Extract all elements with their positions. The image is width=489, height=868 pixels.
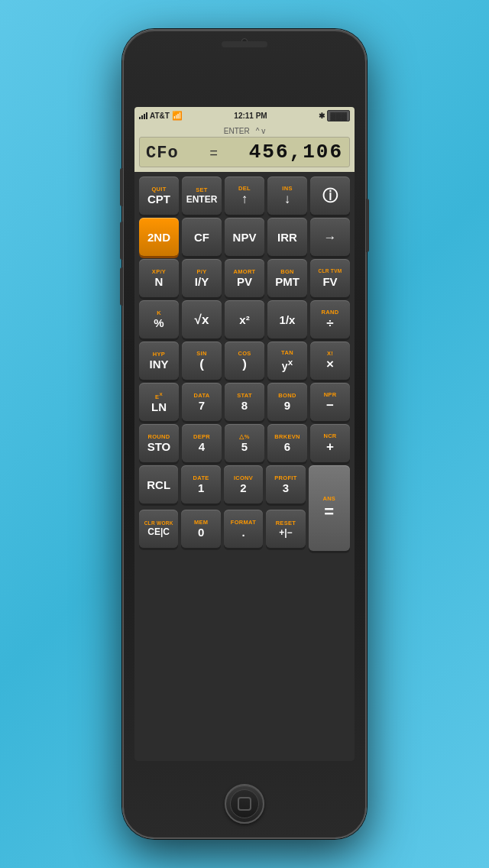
n-button[interactable]: xP/Y N — [139, 259, 179, 297]
plusminus-button[interactable]: RESET +|− — [266, 510, 305, 548]
phone-frame: AT&T 📶 12:11 PM ✱ ▓▓▓ ENTER ^ v CFo — [122, 29, 367, 839]
row-5: HYP INY SIN ( COS ) TAN yx — [139, 342, 350, 380]
bluetooth-icon: ✱ — [319, 112, 325, 120]
iy-button[interactable]: P/Y I/Y — [182, 259, 222, 297]
info-button[interactable]: ⓘ — [310, 177, 350, 215]
cf-button[interactable]: CF — [182, 218, 222, 256]
speaker — [222, 41, 267, 47]
mul-button[interactable]: x! × — [310, 342, 350, 380]
cf-label: CFo — [146, 144, 179, 163]
rparen-button[interactable]: COS ) — [225, 342, 264, 380]
dot-button[interactable]: FORMAT . — [224, 510, 263, 548]
status-left: AT&T 📶 — [139, 111, 183, 121]
pow-button[interactable]: TAN yx — [267, 342, 307, 380]
fv-button[interactable]: CLR TVM FV — [310, 259, 350, 297]
calc-body: QUIT CPT SET ENTER DEL ↑ INS ↓ — [134, 172, 355, 761]
row-9: CLR WORK CE|C MEM 0 FORMAT . — [139, 510, 306, 548]
add-button[interactable]: nCr + — [310, 424, 350, 462]
cols-1-4: RCL DATE 1 ICONV 2 PROFIT — [139, 465, 306, 551]
sto-button[interactable]: ROUND STO — [139, 424, 179, 462]
battery-icon: ▓▓▓ — [327, 110, 350, 121]
npv-button[interactable]: NPV — [225, 218, 264, 256]
row-8-9: RCL DATE 1 ICONV 2 PROFIT — [139, 465, 350, 551]
pmt-button[interactable]: BGN PMT — [267, 259, 307, 297]
display-area: ENTER ^ v CFo = 456,106 — [134, 124, 355, 172]
pct-button[interactable]: K % — [139, 300, 179, 338]
carrier-label: AT&T — [150, 112, 170, 120]
9-button[interactable]: BOND 9 — [267, 383, 307, 421]
display-enter-row: ENTER ^ v — [139, 127, 350, 135]
signal-bars — [139, 112, 147, 119]
cpt-button[interactable]: QUIT CPT — [139, 177, 179, 215]
irr-button[interactable]: IRR — [267, 218, 307, 256]
8-button[interactable]: STAT 8 — [225, 383, 264, 421]
0-button[interactable]: MEM 0 — [181, 510, 220, 548]
sqrt-button[interactable]: √x — [182, 300, 222, 338]
div-button[interactable]: RAND ÷ — [310, 300, 350, 338]
2-button[interactable]: ICONV 2 — [224, 465, 263, 504]
del-button[interactable]: DEL ↑ — [225, 177, 264, 215]
wifi-icon: 📶 — [172, 111, 183, 121]
7-button[interactable]: DATA 7 — [182, 383, 222, 421]
inv-button[interactable]: 1/x — [267, 300, 307, 338]
cec-button[interactable]: CLR WORK CE|C — [139, 510, 178, 548]
2nd-button[interactable]: 2ND — [139, 218, 179, 256]
equals-col: ANS = — [309, 465, 350, 551]
row-1: QUIT CPT SET ENTER DEL ↑ INS ↓ — [139, 177, 350, 215]
enter-button[interactable]: SET ENTER — [182, 177, 222, 215]
enter-label: ENTER — [224, 127, 250, 135]
iny-button[interactable]: HYP INY — [139, 342, 179, 380]
rcl-button[interactable]: RCL — [139, 465, 178, 504]
display-value: 456,106 — [249, 141, 343, 164]
display-cf-row: CFo = 456,106 — [146, 141, 343, 164]
ln-button[interactable]: ex LN — [139, 383, 179, 421]
6-button[interactable]: BRKEVN 6 — [267, 424, 307, 462]
row-2: 2ND CF NPV IRR → — [139, 218, 350, 256]
status-right: ✱ ▓▓▓ — [319, 110, 350, 121]
home-button-icon — [238, 797, 251, 811]
time-label: 12:11 PM — [234, 112, 267, 120]
equals-button[interactable]: ANS = — [309, 465, 350, 551]
sq-button[interactable]: x² — [225, 300, 264, 338]
row-8: RCL DATE 1 ICONV 2 PROFIT — [139, 465, 306, 504]
nav-label: ^ v — [256, 127, 265, 135]
display-equals: = — [209, 146, 218, 161]
1-button[interactable]: DATE 1 — [181, 465, 220, 504]
status-bar: AT&T 📶 12:11 PM ✱ ▓▓▓ — [134, 107, 355, 124]
row-7: ROUND STO DEPR 4 △% 5 BRKEVN 6 — [139, 424, 350, 462]
pv-button[interactable]: AMORT PV — [225, 259, 264, 297]
home-button[interactable] — [225, 784, 264, 824]
3-button[interactable]: PROFIT 3 — [266, 465, 305, 504]
row-3: xP/Y N P/Y I/Y AMORT PV BGN PMT — [139, 259, 350, 297]
row-4: K % √x x² 1/x RAND ÷ — [139, 300, 350, 338]
arrow-right-button[interactable]: → — [310, 218, 350, 256]
display-screen: CFo = 456,106 — [139, 137, 350, 167]
ins-button[interactable]: INS ↓ — [267, 177, 307, 215]
home-button-inner — [230, 789, 259, 818]
screen-area: AT&T 📶 12:11 PM ✱ ▓▓▓ ENTER ^ v CFo — [134, 107, 355, 761]
lparen-button[interactable]: SIN ( — [182, 342, 222, 380]
sub-button[interactable]: nPr − — [310, 383, 350, 421]
4-button[interactable]: DEPR 4 — [182, 424, 222, 462]
row-6: ex LN DATA 7 STAT 8 BOND 9 — [139, 383, 350, 421]
5-button[interactable]: △% 5 — [225, 424, 264, 462]
